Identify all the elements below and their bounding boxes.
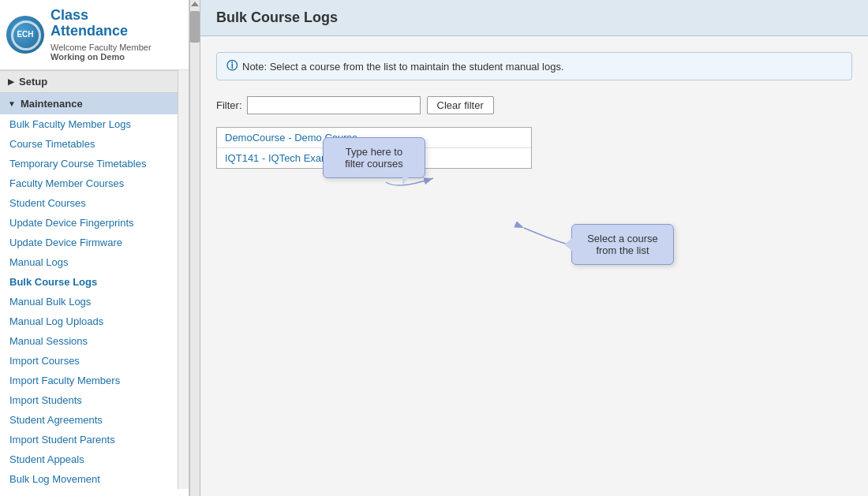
nav-item-manual-sessions[interactable]: Manual Sessions [0,331,178,351]
nav-item-manual-bulk-logs[interactable]: Manual Bulk Logs [0,292,178,311]
scroll-thumb[interactable] [190,11,200,43]
filter-row: Filter: Clear filter [216,96,852,114]
nav-item-import-student-parents[interactable]: Import Student Parents [0,430,178,449]
scroll-up-arrow[interactable] [191,2,199,6]
course-tooltip: Select a course from the list [571,224,674,265]
nav-item-bulk-course-logs[interactable]: Bulk Course Logs [0,272,178,292]
setup-arrow-icon: ▶ [8,77,14,86]
nav-items-list: Bulk Faculty Member Logs Course Timetabl… [0,114,189,489]
nav-item-manual-log-uploads[interactable]: Manual Log Uploads [0,311,178,331]
nav-item-temporary-course-timetables[interactable]: Temporary Course Timetables [0,154,178,173]
sidebar: ECH Class Attendance Welcome Faculty Mem… [0,0,189,496]
nav-item-update-device-firmware[interactable]: Update Device Firmware [0,233,178,252]
filter-tooltip: Type here to filter courses [323,137,425,178]
maintenance-arrow-icon: ▼ [8,99,16,108]
info-icon: ⓘ [226,59,238,73]
nav-item-import-faculty-members[interactable]: Import Faculty Members [0,371,178,390]
logo-text: Class Attendance Welcome Faculty Member … [51,8,152,62]
app-title-line1: Class [51,7,88,23]
nav-item-manual-logs[interactable]: Manual Logs [0,252,178,272]
page-title-bar: Bulk Course Logs [200,0,868,36]
welcome-text: Welcome Faculty Member [51,43,152,52]
nav-item-course-timetables[interactable]: Course Timetables [0,134,178,154]
setup-label: Setup [19,76,47,88]
maintenance-section-header[interactable]: ▼ Maintenance [0,92,189,114]
content-area: ⓘ Note: Select a course from the list to… [200,36,868,496]
filter-input[interactable] [247,96,421,114]
filter-label: Filter: [216,99,242,111]
nav-item-student-appeals[interactable]: Student Appeals [0,449,178,469]
nav-item-import-students[interactable]: Import Students [0,390,178,410]
main-content: Bulk Course Logs ⓘ Note: Select a course… [200,0,868,496]
page-title: Bulk Course Logs [216,9,852,26]
sidebar-nav: ▶ Setup ▼ Maintenance Bulk Faculty Membe… [0,70,189,496]
setup-section-header[interactable]: ▶ Setup [0,70,189,92]
note-text: Note: Select a course from the list to m… [242,61,564,73]
nav-item-import-courses[interactable]: Import Courses [0,351,178,371]
note-box: ⓘ Note: Select a course from the list to… [216,52,852,80]
clear-filter-button[interactable]: Clear filter [427,96,494,114]
course-tooltip-text: Select a course from the list [587,233,658,256]
nav-item-bulk-faculty-member-logs[interactable]: Bulk Faculty Member Logs [0,114,178,134]
app-title-line2: Attendance [51,23,128,39]
maintenance-label: Maintenance [21,98,83,110]
nav-item-student-agreements[interactable]: Student Agreements [0,410,178,430]
logo-inner-text: ECH [17,30,33,39]
nav-item-student-courses[interactable]: Student Courses [0,193,178,213]
nav-item-bulk-log-movement[interactable]: Bulk Log Movement [0,469,178,489]
main-scrollbar[interactable] [189,0,200,496]
nav-item-faculty-member-courses[interactable]: Faculty Member Courses [0,173,178,193]
app-title: Class Attendance [51,8,152,39]
nav-item-update-device-fingerprints[interactable]: Update Device Fingerprints [0,213,178,233]
scrollbar-track[interactable] [178,70,189,489]
filter-tooltip-text: Type here to filter courses [345,146,403,170]
sidebar-header: ECH Class Attendance Welcome Faculty Mem… [0,0,189,70]
app-logo: ECH [6,16,44,54]
working-text: Working on Demo [51,52,152,62]
